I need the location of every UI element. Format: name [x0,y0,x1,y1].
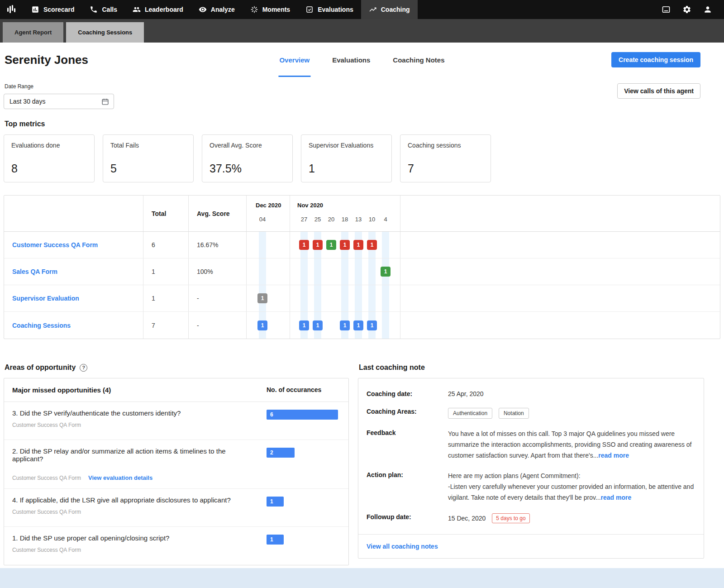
action-plan-read-more-link[interactable]: read more [601,494,632,501]
coaching-areas-chips: Authentication Notation [448,407,695,419]
areas-heading: Areas of opportunity ? [5,363,349,372]
coaching-badge[interactable]: 1 [340,320,350,330]
evaluation-badge[interactable]: 1 [381,267,391,277]
calendar-icon [101,98,109,105]
nav-label: Coaching [381,6,410,13]
create-coaching-session-button[interactable]: Create coaching session [611,52,700,67]
nav-item-coaching[interactable]: Coaching [361,0,418,19]
timeline-cell: 1 [338,312,352,339]
opportunity-form-row: Customer Success QA Form View evaluation… [12,474,256,481]
timeline-month-dec: Dec 2020 04 [247,196,290,231]
days-to-go-badge: 5 days to go [492,513,529,523]
evaluation-badge[interactable]: 1 [299,240,309,250]
evaluation-badge[interactable]: 1 [340,240,350,250]
tab-overview[interactable]: Overview [278,43,310,77]
page-header: Serenity Jones Overview Evaluations Coac… [4,43,720,77]
row-spacer [400,232,720,258]
form-name-link[interactable]: Sales QA Form [4,258,143,285]
missed-opportunities-header: Major missed opportunities (4) No. of oc… [4,378,348,402]
opportunity-form-name: Customer Success QA Form [12,547,81,553]
timeline-cell: 1 [365,232,379,258]
coaching-areas-label: Coaching Areas: [367,407,448,419]
occurrence-bar: 6 [267,410,338,420]
metric-value: 8 [11,162,87,175]
nav-label: Analyze [211,6,235,13]
timeline-cell [297,285,311,311]
coaching-note-footer: View all coaching notes [358,534,704,558]
opportunity-form-name: Customer Success QA Form [12,475,81,481]
display-icon[interactable] [662,5,671,14]
month-label: Dec 2020 [256,202,290,209]
day-label: 25 [311,216,324,223]
form-name-link[interactable]: Coaching Sessions [4,312,143,339]
timeline-cell [379,312,392,339]
timeline-cell [338,258,352,285]
opportunity-question: 1. Did the SP use proper call opening/cl… [12,534,256,542]
scorecard-icon [31,5,39,14]
nav-item-evaluations[interactable]: Evaluations [298,0,361,19]
evaluation-badge[interactable]: 1 [313,240,323,250]
checkbox-icon [305,5,314,14]
coaching-badge[interactable]: 1 [299,320,309,330]
nav-item-leaderboard[interactable]: Leaderboard [125,0,191,19]
nav-item-calls[interactable]: Calls [82,0,124,19]
day-label: 20 [324,216,338,223]
tab-coaching-notes[interactable]: Coaching Notes [392,43,445,77]
view-all-coaching-notes-link[interactable]: View all coaching notes [367,543,438,550]
view-calls-button[interactable]: View calls of this agent [617,83,700,99]
coaching-date-value: 25 Apr, 2020 [448,389,695,397]
coaching-badge[interactable]: 1 [367,320,377,330]
days-row: 27 25 20 18 13 10 4 [297,216,400,223]
view-evaluation-details-link[interactable]: View evaluation details [88,474,152,481]
day-label: 27 [297,216,311,223]
tab-agent-report[interactable]: Agent Report [3,22,63,43]
form-name-link[interactable]: Supervisor Evaluation [4,285,143,311]
nav-label: Scorecard [43,6,74,13]
timeline-cell: 1 [365,312,379,339]
coaching-badge[interactable]: 1 [313,320,323,330]
nav-item-analyze[interactable]: Analyze [191,0,243,19]
evaluation-badge[interactable]: 1 [257,293,267,303]
timeline-cell [365,285,379,311]
metric-card-overall-avg-score: Overall Avg. Score 37.5% [202,134,293,182]
followup-date-value: 15 Dec, 2020 [448,515,486,522]
month-label: Nov 2020 [297,202,400,209]
gear-icon[interactable] [682,5,691,14]
timeline-cell: 1 [324,232,338,258]
metric-label: Coaching sessions [408,142,483,149]
timeline-cell: 1 [256,312,269,339]
row-total: 6 [143,232,189,258]
coaching-date-label: Coaching date: [367,389,448,397]
action-plan-text: Here are my action plans (Agent Commitme… [448,470,695,503]
date-range-label: Date Range [5,83,114,90]
top-nav: Scorecard Calls Leaderboard Analyze Mome… [0,0,724,19]
evaluation-badge[interactable]: 1 [326,240,336,250]
opportunity-form-name: Customer Success QA Form [12,509,81,515]
evaluation-badge[interactable]: 1 [367,240,377,250]
row-nov-cells [290,285,400,311]
date-range-select[interactable]: Last 30 days [4,94,114,109]
metric-value: 7 [408,162,483,175]
timeline-cell [352,258,365,285]
nav-item-scorecard[interactable]: Scorecard [24,0,82,19]
evaluation-badge[interactable]: 1 [353,240,363,250]
opportunity-form-row: Customer Success QA Form [12,509,256,515]
help-icon[interactable]: ? [80,364,87,372]
tab-coaching-sessions[interactable]: Coaching Sessions [66,22,144,43]
nav-item-moments[interactable]: Moments [243,0,298,19]
row-nov-cells: 1 1 1 1 1 1 [290,232,400,258]
feedback-read-more-link[interactable]: read more [598,452,629,459]
form-name-link[interactable]: Customer Success QA Form [4,232,143,258]
coaching-badge[interactable]: 1 [353,320,363,330]
tab-evaluations[interactable]: Evaluations [331,43,371,77]
timeline-cell [352,285,365,311]
evaluations-timeline-table: Total Avg. Score Dec 2020 04 Nov 2020 27… [4,195,720,339]
spark-icon [250,5,258,14]
coaching-area-chip: Notation [499,408,529,419]
coaching-badge[interactable]: 1 [257,320,267,330]
app-logo[interactable] [0,0,24,19]
profile-icon[interactable] [703,5,712,14]
metric-card-supervisor-evaluations: Supervisor Evaluations 1 [301,134,392,182]
opportunity-question: 2. Did the SP relay and/or summarize all… [12,447,256,463]
day-label: 10 [365,216,379,223]
